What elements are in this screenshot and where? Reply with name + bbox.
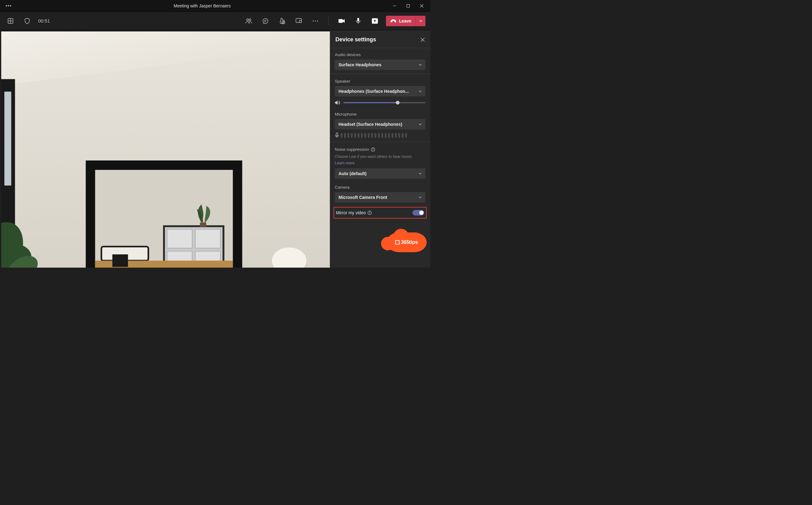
microphone-label: Microphone (335, 112, 425, 117)
microphone-value: Headset (Surface Headphones) (339, 122, 402, 127)
meeting-toolbar: 00:51 (0, 12, 430, 30)
microphone-section: Microphone Headset (Surface Headphones) (330, 107, 430, 140)
panel-title: Device settings (336, 36, 376, 43)
call-timer: 00:51 (38, 18, 50, 23)
audio-devices-value: Surface Headphones (339, 62, 381, 67)
mirror-video-toggle[interactable] (412, 210, 424, 215)
mirror-video-label: Mirror my video (336, 210, 366, 215)
leave-label: Leave (399, 18, 411, 23)
toolbar-divider (328, 17, 329, 25)
microphone-select[interactable]: Headset (Surface Headphones) (335, 119, 425, 130)
leave-options-button[interactable] (416, 16, 425, 26)
svg-rect-27 (4, 92, 11, 186)
device-settings-panel: Device settings Audio devices Surface He… (330, 30, 430, 268)
window-title: Meeting with Jasper Bernaers (174, 3, 231, 8)
noise-suppression-value: Auto (default) (339, 171, 367, 176)
svg-rect-31 (167, 229, 192, 248)
svg-point-47 (373, 148, 373, 149)
svg-rect-32 (195, 229, 220, 248)
camera-value: Microsoft Camera Front (339, 195, 387, 200)
camera-select[interactable]: Microsoft Camera Front (335, 192, 425, 202)
svg-rect-1 (407, 4, 409, 7)
chevron-down-icon (419, 64, 422, 66)
svg-point-18 (315, 20, 316, 21)
reactions-button[interactable] (276, 15, 287, 26)
svg-rect-20 (339, 19, 343, 23)
share-button[interactable] (369, 15, 380, 26)
chevron-down-icon (419, 90, 422, 92)
svg-rect-16 (299, 20, 301, 22)
shield-icon[interactable] (22, 15, 33, 26)
rooms-button[interactable] (293, 15, 304, 26)
noise-suppression-section: Noise suppression Choose Low if you want… (330, 142, 430, 181)
chevron-down-icon (419, 196, 422, 198)
audio-devices-select[interactable]: Surface Headphones (335, 59, 425, 70)
titlebar: ••• Meeting with Jasper Bernaers (0, 0, 430, 12)
panel-close-button[interactable] (420, 38, 425, 42)
video-feed (1, 31, 330, 268)
svg-point-19 (317, 20, 318, 21)
noise-suppression-select[interactable]: Auto (default) (335, 168, 425, 179)
svg-point-17 (313, 20, 314, 21)
mic-toggle-button[interactable] (353, 15, 364, 26)
svg-point-8 (249, 19, 251, 21)
audio-devices-section: Audio devices Surface Headphones (330, 48, 430, 72)
speaker-icon (335, 100, 340, 105)
speaker-value: Headphones (Surface Headphon... (339, 89, 409, 94)
branding-logo: 365tips (387, 232, 427, 252)
svg-rect-37 (200, 222, 206, 227)
audio-devices-label: Audio devices (335, 52, 425, 57)
speaker-section: Speaker Headphones (Surface Headphon... (330, 74, 430, 107)
chevron-down-icon (419, 123, 422, 125)
panel-header: Device settings (330, 30, 430, 48)
leave-button[interactable]: Leave (386, 16, 425, 26)
svg-point-7 (247, 19, 248, 21)
speaker-label: Speaker (335, 79, 425, 83)
noise-suppression-description: Choose Low if you want others to hear mu… (335, 154, 425, 160)
more-actions-button[interactable] (310, 15, 321, 26)
hangup-icon (390, 19, 396, 23)
speaker-volume-slider[interactable] (344, 102, 425, 103)
camera-label: Camera (335, 185, 425, 190)
noise-suppression-label: Noise suppression (335, 147, 425, 152)
maximize-button[interactable] (406, 4, 412, 8)
camera-section: Camera Microsoft Camera Front (330, 181, 430, 204)
learn-more-link[interactable]: Learn more (335, 161, 425, 165)
speaker-volume-row (335, 100, 425, 105)
svg-rect-43 (336, 133, 338, 136)
camera-toggle-button[interactable] (336, 15, 347, 26)
info-icon[interactable] (368, 210, 372, 215)
svg-point-9 (263, 18, 268, 23)
svg-rect-21 (357, 18, 359, 22)
minimize-button[interactable] (393, 4, 399, 8)
people-button[interactable] (243, 15, 254, 26)
content-area: Device settings Audio devices Surface He… (0, 30, 430, 268)
close-button[interactable] (420, 4, 426, 8)
mic-level-meter (335, 133, 425, 138)
titlebar-more-icon[interactable]: ••• (6, 3, 12, 9)
chevron-down-icon (419, 173, 422, 174)
chat-button[interactable] (260, 15, 271, 26)
svg-point-12 (282, 21, 285, 24)
mic-icon (335, 133, 339, 138)
mirror-video-row: Mirror my video (334, 207, 427, 218)
speaker-select[interactable]: Headphones (Surface Headphon... (335, 86, 425, 97)
layout-grid-button[interactable] (5, 15, 16, 26)
info-icon[interactable] (371, 147, 375, 152)
window-controls (393, 4, 428, 8)
svg-rect-40 (112, 255, 128, 267)
svg-point-50 (370, 211, 370, 212)
